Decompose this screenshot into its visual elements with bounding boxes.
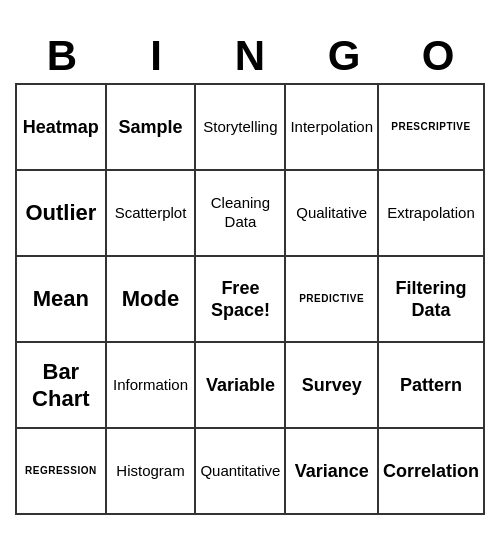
header-b: B xyxy=(15,29,109,83)
bingo-cell-8[interactable]: Qualitative xyxy=(286,171,379,257)
bingo-cell-9[interactable]: Extrapolation xyxy=(379,171,485,257)
bingo-cell-20[interactable]: REGRESSION xyxy=(17,429,107,515)
bingo-cell-13[interactable]: PREDICTIVE xyxy=(286,257,379,343)
bingo-cell-21[interactable]: Histogram xyxy=(107,429,197,515)
header-o: O xyxy=(391,29,485,83)
bingo-cell-17[interactable]: Variable xyxy=(196,343,286,429)
bingo-header: B I N G O xyxy=(15,29,485,83)
bingo-grid: HeatmapSampleStorytellingInterpolationPR… xyxy=(15,83,485,515)
bingo-cell-5[interactable]: Outlier xyxy=(17,171,107,257)
header-g: G xyxy=(297,29,391,83)
bingo-cell-12[interactable]: Free Space! xyxy=(196,257,286,343)
bingo-cell-19[interactable]: Pattern xyxy=(379,343,485,429)
bingo-cell-14[interactable]: Filtering Data xyxy=(379,257,485,343)
bingo-cell-15[interactable]: Bar Chart xyxy=(17,343,107,429)
bingo-cell-16[interactable]: Information xyxy=(107,343,197,429)
bingo-cell-18[interactable]: Survey xyxy=(286,343,379,429)
bingo-cell-6[interactable]: Scatterplot xyxy=(107,171,197,257)
bingo-cell-4[interactable]: PRESCRIPTIVE xyxy=(379,85,485,171)
bingo-cell-10[interactable]: Mean xyxy=(17,257,107,343)
header-i: I xyxy=(109,29,203,83)
bingo-cell-7[interactable]: Cleaning Data xyxy=(196,171,286,257)
bingo-cell-23[interactable]: Variance xyxy=(286,429,379,515)
bingo-cell-22[interactable]: Quantitative xyxy=(196,429,286,515)
bingo-cell-2[interactable]: Storytelling xyxy=(196,85,286,171)
bingo-cell-1[interactable]: Sample xyxy=(107,85,197,171)
bingo-cell-0[interactable]: Heatmap xyxy=(17,85,107,171)
bingo-card: B I N G O HeatmapSampleStorytellingInter… xyxy=(15,29,485,515)
bingo-cell-24[interactable]: Correlation xyxy=(379,429,485,515)
bingo-cell-11[interactable]: Mode xyxy=(107,257,197,343)
bingo-cell-3[interactable]: Interpolation xyxy=(286,85,379,171)
header-n: N xyxy=(203,29,297,83)
